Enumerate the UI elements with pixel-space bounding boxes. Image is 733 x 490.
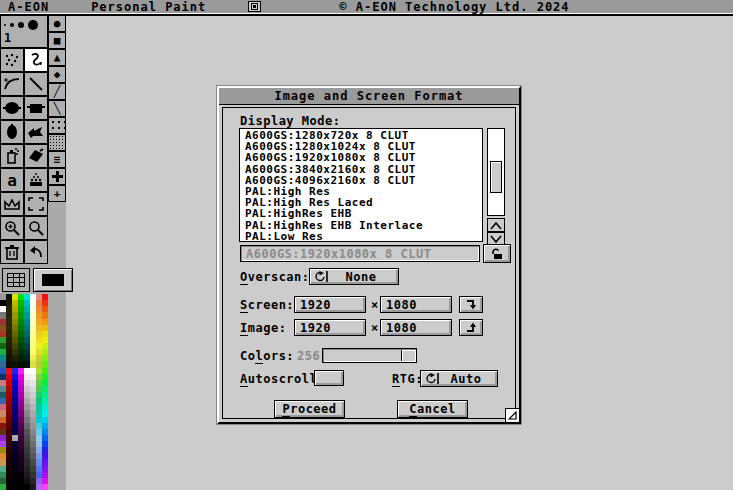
foreground-color-swatch: [42, 274, 64, 286]
screen-titlebar: A-EON Personal Paint © A-EON Technology …: [0, 0, 733, 14]
polygon-tool[interactable]: [24, 120, 48, 144]
autoscroll-label: Autoscroll:: [240, 372, 325, 386]
curve-icon: [3, 76, 21, 92]
chevron-up-icon: [490, 221, 502, 230]
image-width-input[interactable]: 1920: [294, 319, 366, 336]
builtin-brush-cross-thin[interactable]: +: [48, 185, 66, 202]
dotted-freehand-tool[interactable]: [0, 48, 24, 72]
airbrush-icon: [5, 147, 19, 165]
magnify-tool[interactable]: [24, 216, 48, 240]
brush-size-value: 1: [4, 32, 44, 44]
ellipse-icon: [3, 101, 21, 115]
filled-circle-icon: ●: [54, 18, 61, 29]
builtin-brush-slash[interactable]: ╱: [48, 83, 66, 100]
app-icon: [248, 1, 261, 12]
image-screen-format-dialog: Image and Screen Format Display Mode: A6…: [217, 86, 521, 424]
cancel-button[interactable]: Cancel: [397, 400, 468, 418]
overscan-cycle[interactable]: None: [309, 268, 399, 285]
slash-icon: ╱: [54, 86, 61, 97]
rtg-label: RTG:: [392, 372, 423, 386]
rectangle-icon: [27, 101, 45, 115]
copy-screen-to-image-button[interactable]: [459, 296, 483, 313]
toolbox: 1 a: [0, 15, 66, 490]
builtin-brush-triangle[interactable]: ▲: [48, 49, 66, 66]
freehand-tool[interactable]: [24, 48, 48, 72]
colors-slider-thumb[interactable]: [401, 350, 415, 361]
builtin-brush-dots-dense[interactable]: [48, 134, 66, 151]
dialog-resize-gadget[interactable]: [505, 408, 520, 423]
line-tool[interactable]: [24, 72, 48, 96]
rtg-cycle[interactable]: Auto: [420, 370, 498, 387]
color-palette: [0, 294, 48, 490]
zoom-in-icon: [4, 220, 20, 236]
dialog-titlebar[interactable]: Image and Screen Format: [219, 88, 519, 105]
lock-icon: [491, 248, 504, 260]
builtin-brush-diamond[interactable]: ◆: [48, 66, 66, 83]
ellipse-tool[interactable]: [0, 96, 24, 120]
filled-diamond-icon: ◆: [54, 69, 61, 80]
colors-slider[interactable]: [322, 348, 417, 363]
select-area-tool[interactable]: [24, 192, 48, 216]
rectangle-tool[interactable]: [24, 96, 48, 120]
bold-cross-icon: [52, 171, 63, 182]
trash-icon: [5, 244, 19, 260]
dialog-title: Image and Screen Format: [274, 89, 463, 103]
colors-label: Colors:: [240, 349, 294, 363]
image-height-input[interactable]: 1080: [380, 319, 452, 336]
filled-triangle-icon: ▲: [54, 52, 61, 63]
airbrush-tool[interactable]: [0, 144, 24, 168]
list-item[interactable]: A600GS:1920x1080x 8 CLUT: [245, 152, 482, 163]
scrollbar-thumb[interactable]: [490, 161, 502, 193]
text-tool[interactable]: a: [0, 168, 24, 192]
selected-mode-field: A600GS:1920x1080x 8 CLUT: [240, 245, 480, 262]
builtin-brush-cross-bold[interactable]: [48, 168, 66, 185]
builtin-brush-lines[interactable]: ≡: [48, 151, 66, 168]
hook-arrow-down-icon: [466, 299, 477, 310]
clear-tool[interactable]: [0, 240, 24, 264]
screen-height-input[interactable]: 1080: [380, 296, 452, 313]
builtin-brush-square[interactable]: ■: [48, 32, 66, 49]
autoscroll-checkbox[interactable]: [314, 370, 344, 386]
zoom-in-tool[interactable]: [0, 216, 24, 240]
thin-cross-icon: +: [54, 188, 61, 199]
curve-tool[interactable]: [0, 72, 24, 96]
screen-label: Screen:: [240, 298, 294, 312]
screen-width-input[interactable]: 1920: [294, 296, 366, 313]
chevron-down-icon: [490, 235, 502, 244]
list-item[interactable]: PAL:HighRes EHB: [245, 208, 482, 219]
app-title: Personal Paint: [91, 0, 206, 14]
lock-mode-button[interactable]: [483, 244, 511, 263]
builtin-brush-dots-sparse[interactable]: [48, 117, 66, 134]
palette-color-cell[interactable]: [42, 484, 48, 490]
menu-a-eon[interactable]: A-EON: [8, 0, 49, 14]
builtin-brush-circle[interactable]: ●: [48, 15, 66, 32]
filled-square-icon: ■: [54, 35, 61, 46]
palette-grid-button[interactable]: [2, 268, 30, 292]
dotted-freehand-icon: [4, 53, 20, 67]
rtg-value: Auto: [451, 372, 482, 386]
builtin-brush-backslash[interactable]: ╲: [48, 100, 66, 117]
copy-image-to-screen-button[interactable]: [459, 319, 483, 336]
list-item[interactable]: PAL:Low Res: [245, 231, 482, 242]
current-color-indicator[interactable]: [33, 268, 73, 292]
undo-tool[interactable]: [24, 240, 48, 264]
image-times: ×: [371, 321, 379, 335]
scroll-up-button[interactable]: [487, 218, 505, 232]
oval-tool[interactable]: [0, 120, 24, 144]
select-brackets-icon: [28, 197, 44, 211]
brush-pickup-tool[interactable]: [0, 192, 24, 216]
brush-size-selector[interactable]: 1: [0, 15, 48, 48]
polygon-icon: [27, 125, 45, 139]
gradient-tool[interactable]: [24, 168, 48, 192]
cycle-icon: [315, 271, 329, 282]
proceed-button[interactable]: Proceed: [274, 400, 345, 418]
display-mode-label: Display Mode:: [240, 114, 340, 128]
magnify-icon: [28, 220, 44, 236]
scrollbar-track[interactable]: [487, 128, 505, 216]
fill-tool[interactable]: [24, 144, 48, 168]
backslash-icon: ╲: [54, 103, 61, 114]
display-mode-list[interactable]: A600GS:1280x720x 8 CLUTA600GS:1280x1024x…: [239, 128, 483, 242]
lines-icon: ≡: [54, 154, 61, 165]
gradient-icon: [28, 172, 44, 188]
dense-dots-icon: [49, 135, 65, 150]
